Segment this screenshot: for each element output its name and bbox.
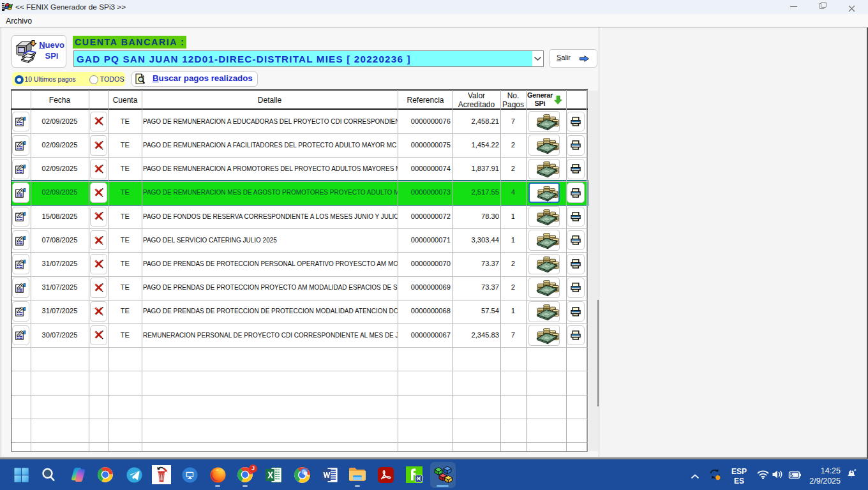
svg-text:z: z — [854, 468, 856, 471]
